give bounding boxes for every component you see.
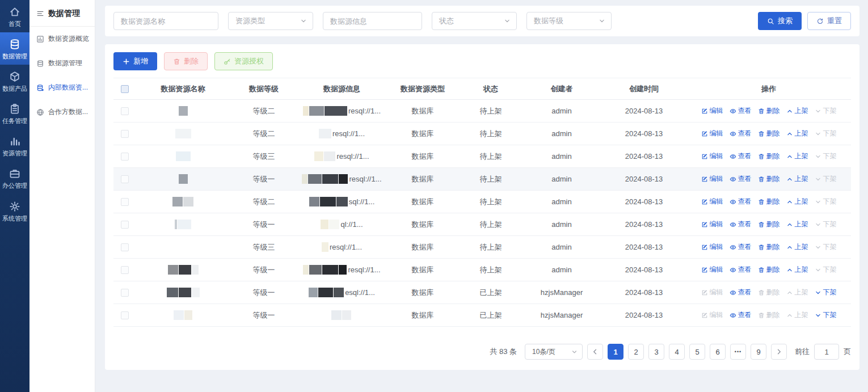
submenu-item-internal-data-resources[interactable]: 内部数据资... (30, 75, 95, 100)
op-delete[interactable]: 删除 (758, 197, 780, 206)
goto-page-input[interactable] (814, 344, 839, 360)
row-checkbox[interactable] (121, 130, 129, 138)
op-view[interactable]: 查看 (730, 242, 752, 252)
goto-label: 前往 (795, 347, 810, 357)
op-delete[interactable]: 删除 (758, 129, 780, 138)
page-button-1[interactable]: 1 (608, 344, 623, 360)
row-checkbox[interactable] (121, 311, 129, 319)
op-up[interactable]: 上架 (786, 174, 808, 184)
add-button[interactable]: 新增 (113, 52, 157, 70)
page-size-select[interactable]: 10条/页 (525, 344, 583, 360)
reset-button[interactable]: 重置 (807, 12, 851, 30)
row-checkbox[interactable] (121, 221, 129, 229)
cell-status: 已上架 (460, 281, 522, 304)
op-up: 上架 (786, 310, 808, 320)
cell-resource-name (136, 191, 230, 213)
row-checkbox[interactable] (121, 198, 129, 206)
op-view[interactable]: 查看 (730, 310, 752, 320)
page-button-2[interactable]: 2 (628, 344, 644, 360)
datasource-info-input[interactable] (323, 12, 422, 30)
submenu-item-partner-data[interactable]: 合作方数据... (30, 100, 95, 124)
op-down[interactable]: 下架 (815, 288, 837, 297)
op-delete[interactable]: 删除 (758, 106, 780, 116)
chev-down-icon (815, 108, 821, 115)
row-checkbox[interactable] (121, 289, 129, 297)
op-view[interactable]: 查看 (730, 174, 752, 184)
sidebar-item-home[interactable]: 首页 (0, 0, 30, 32)
authorize-button: 资源授权 (214, 52, 273, 70)
sidebar-item-data-product[interactable]: 数据产品 (0, 65, 30, 97)
resource-type-select[interactable]: 资源类型 (228, 12, 313, 30)
submenu-item-data-resource-overview[interactable]: 数据资源概览 (30, 27, 95, 51)
next-page-button[interactable] (771, 344, 787, 360)
submenu-item-datasource-management[interactable]: 数据源管理 (30, 51, 95, 75)
chev-up-icon (786, 244, 793, 251)
op-view[interactable]: 查看 (730, 151, 752, 161)
redacted-text (324, 151, 335, 161)
redacted-text (318, 288, 333, 297)
op-view[interactable]: 查看 (730, 106, 752, 116)
op-delete[interactable]: 删除 (758, 242, 780, 252)
filter-bar: 资源类型 状态 数据等级 搜索 重置 (105, 6, 859, 36)
op-view[interactable]: 查看 (730, 129, 752, 138)
table-row: 等级二resql://1...数据库待上架admin2024-08-13编辑查看… (113, 100, 851, 123)
key-icon (224, 58, 231, 65)
data-level-select[interactable]: 数据等级 (526, 12, 612, 30)
op-view[interactable]: 查看 (730, 220, 752, 229)
op-edit[interactable]: 编辑 (701, 151, 723, 161)
op-edit[interactable]: 编辑 (701, 197, 723, 206)
page-button-5[interactable]: 5 (689, 344, 705, 360)
page-button-9[interactable]: 9 (751, 344, 766, 360)
row-checkbox[interactable] (121, 243, 129, 251)
select-all-checkbox[interactable] (121, 85, 129, 93)
page-button-6[interactable]: 6 (710, 344, 726, 360)
op-delete[interactable]: 删除 (758, 265, 780, 275)
op-edit[interactable]: 编辑 (701, 106, 723, 116)
op-up[interactable]: 上架 (786, 242, 808, 252)
redacted-text (172, 197, 183, 206)
op-edit[interactable]: 编辑 (701, 129, 723, 138)
redacted-text (314, 151, 323, 161)
op-view[interactable]: 查看 (730, 265, 752, 275)
status-select[interactable]: 状态 (432, 12, 517, 30)
op-delete[interactable]: 删除 (758, 220, 780, 229)
header-created-time: 创建时间 (601, 78, 686, 100)
table-row: 等级一数据库已上架hzjsManager2024-08-13编辑查看删除上架下架 (113, 304, 851, 327)
op-edit[interactable]: 编辑 (701, 265, 723, 275)
row-checkbox[interactable] (121, 107, 129, 115)
sidebar-item-data-management[interactable]: 数据管理 (0, 32, 30, 65)
op-view[interactable]: 查看 (730, 197, 752, 206)
op-up[interactable]: 上架 (786, 151, 808, 161)
op-view[interactable]: 查看 (730, 288, 752, 297)
redacted-text (183, 197, 193, 206)
sidebar-item-resource-management[interactable]: 资源管理 (0, 129, 30, 162)
redacted-text (179, 174, 188, 184)
op-edit[interactable]: 编辑 (701, 242, 723, 252)
resource-name-input[interactable] (113, 12, 218, 30)
cell-creator: admin (522, 100, 601, 123)
sidebar-item-office-management[interactable]: 办公管理 (0, 162, 30, 194)
row-checkbox[interactable] (121, 153, 129, 161)
op-edit[interactable]: 编辑 (701, 174, 723, 184)
sidebar-item-task-management[interactable]: 任务管理 (0, 97, 30, 129)
submenu-header[interactable]: 数据管理 (30, 0, 95, 27)
page-button-4[interactable]: 4 (669, 344, 685, 360)
op-up[interactable]: 上架 (786, 265, 808, 275)
row-checkbox[interactable] (121, 266, 129, 274)
table-row: 等级一resql://1...数据库待上架admin2024-08-13编辑查看… (113, 259, 851, 281)
sidebar-item-system-management[interactable]: 系统管理 (0, 195, 30, 227)
page-button-3[interactable]: 3 (648, 344, 664, 360)
op-edit[interactable]: 编辑 (701, 220, 723, 229)
op-up[interactable]: 上架 (786, 106, 808, 116)
op-delete[interactable]: 删除 (758, 174, 780, 184)
search-button[interactable]: 搜索 (758, 12, 802, 30)
page-more-button[interactable]: ••• (730, 344, 746, 360)
op-down[interactable]: 下架 (815, 310, 837, 320)
op-up[interactable]: 上架 (786, 129, 808, 138)
op-up[interactable]: 上架 (786, 220, 808, 229)
op-delete[interactable]: 删除 (758, 151, 780, 161)
prev-page-button[interactable] (587, 344, 603, 360)
op-up[interactable]: 上架 (786, 197, 808, 206)
row-checkbox[interactable] (121, 175, 129, 183)
header-source-info: 数据源信息 (298, 78, 386, 100)
